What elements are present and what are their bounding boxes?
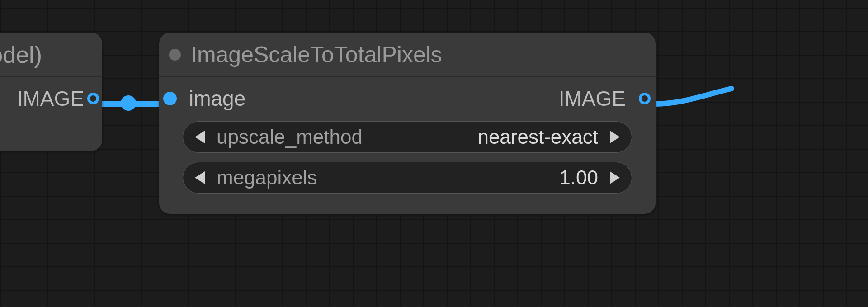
node-collapse-toggle[interactable] xyxy=(169,49,181,61)
node-title: ImageScaleToTotalPixels xyxy=(191,42,442,68)
output-port-image[interactable]: IMAGE xyxy=(0,85,93,112)
input-port-label: image xyxy=(175,86,245,111)
widget-upscale-method[interactable]: upscale_method nearest-exact xyxy=(183,121,632,153)
node-header[interactable]: Model) xyxy=(0,33,102,77)
node-title: Model) xyxy=(0,41,42,68)
link-image-out xyxy=(655,86,727,122)
widget-label: upscale_method xyxy=(212,126,470,148)
output-port-dot-image[interactable] xyxy=(639,93,651,104)
link-midpoint-dot xyxy=(121,95,136,111)
input-port-dot-image[interactable] xyxy=(163,92,177,105)
arrow-left-icon[interactable] xyxy=(195,171,205,184)
widget-megapixels[interactable]: megapixels 1.00 xyxy=(183,162,632,194)
widget-value: nearest-exact xyxy=(477,126,603,148)
node-image-scale-to-total-pixels[interactable]: ImageScaleToTotalPixels image IMAGE upsc… xyxy=(159,33,656,214)
arrow-right-icon[interactable] xyxy=(610,171,620,184)
output-port-dot[interactable] xyxy=(87,93,99,104)
node-header[interactable]: ImageScaleToTotalPixels xyxy=(159,33,656,77)
output-port-label: IMAGE xyxy=(559,86,639,111)
output-port-label: IMAGE xyxy=(17,86,93,111)
widget-value: 1.00 xyxy=(559,166,603,189)
arrow-left-icon[interactable] xyxy=(195,131,205,143)
widget-label: megapixels xyxy=(212,166,552,189)
arrow-right-icon[interactable] xyxy=(610,131,620,143)
node-upstream[interactable]: Model) IMAGE xyxy=(0,33,102,151)
